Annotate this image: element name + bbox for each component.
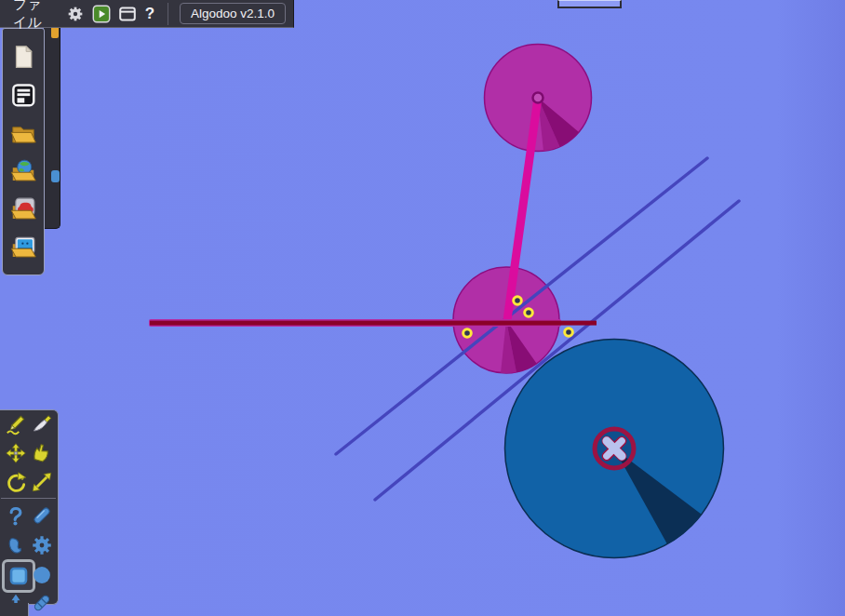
fixate-x-marker[interactable] <box>593 427 635 469</box>
menubar-separator <box>168 3 168 25</box>
file-menu[interactable]: ファイル <box>7 0 60 33</box>
open-lessons-button[interactable] <box>8 194 39 224</box>
tool-panel-divider <box>1 498 56 499</box>
play-simulation-icon[interactable] <box>91 3 112 25</box>
gear-tool[interactable] <box>30 533 54 557</box>
physics-canvas[interactable] <box>0 0 845 616</box>
tool-panel <box>0 409 59 605</box>
chain-tool[interactable] <box>30 591 54 615</box>
file-panel <box>2 28 45 275</box>
dark-red-rod[interactable] <box>149 319 597 327</box>
rotate-tool[interactable] <box>4 470 28 494</box>
top-panel-handle[interactable] <box>557 0 622 8</box>
algodoo-app: { "menubar": { "file_label": "ファイル", "he… <box>0 0 845 616</box>
new-scene-button[interactable] <box>8 41 39 72</box>
windows-layout-icon[interactable] <box>117 3 138 25</box>
hidden-icon-sliver <box>51 170 60 182</box>
folder-globe-icon <box>9 157 37 185</box>
drag-tool[interactable] <box>30 441 54 465</box>
move-tool[interactable] <box>4 441 28 465</box>
tool-panel-extension <box>0 603 29 616</box>
axle-pivot[interactable] <box>533 93 543 103</box>
open-screenshots-button[interactable] <box>8 232 39 262</box>
spring-tool[interactable] <box>4 503 28 528</box>
version-badge: Algodoo v2.1.0 <box>180 3 286 24</box>
background-panel-strip <box>44 28 60 229</box>
blank-document-icon <box>9 43 37 71</box>
brush-tool[interactable] <box>30 503 54 528</box>
settings-gear-icon[interactable] <box>65 3 86 25</box>
polygon-tool[interactable] <box>4 533 28 557</box>
folder-image-icon <box>9 234 37 261</box>
blue-wheel[interactable] <box>505 340 724 558</box>
sketch-tool[interactable] <box>4 412 28 436</box>
circle-tool[interactable] <box>30 563 54 587</box>
knife-tool[interactable] <box>30 412 54 436</box>
scene-browser-button[interactable] <box>8 79 39 110</box>
scale-tool[interactable] <box>30 470 54 494</box>
open-web-button[interactable] <box>8 155 39 186</box>
folder-icon <box>9 119 37 147</box>
folder-car-icon <box>9 195 37 223</box>
help-icon[interactable]: ? <box>143 5 156 23</box>
menubar: ファイル ? Algodoo v2.1.0 <box>0 0 294 28</box>
save-list-icon <box>9 81 37 109</box>
open-folder-button[interactable] <box>8 117 39 148</box>
